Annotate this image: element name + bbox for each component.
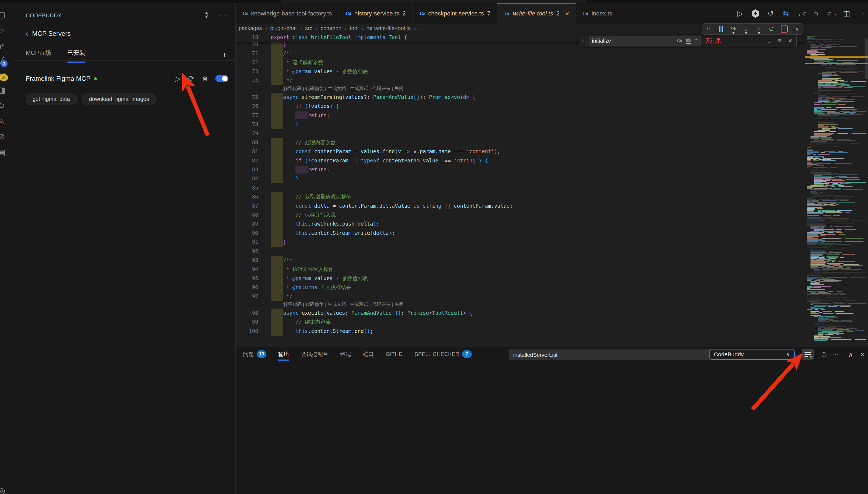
close-panel-icon[interactable]: ×: [860, 350, 864, 358]
window-controls[interactable]: ▭ ▭ ▭: [846, 0, 865, 4]
split-editor-icon[interactable]: ◫: [843, 9, 851, 18]
breadcrumb-item[interactable]: plugin-chat: [270, 25, 297, 32]
match-case-icon[interactable]: Aa: [677, 38, 682, 43]
output-channel-select[interactable]: CodeBuddy ∨: [709, 349, 795, 360]
panel-tab[interactable]: 调试控制台: [301, 350, 328, 358]
close-tab-icon[interactable]: ×: [565, 10, 569, 18]
code-line[interactable]: 76 if (!values) {: [235, 102, 805, 111]
panel-tab[interactable]: 端口: [363, 350, 374, 358]
code-line[interactable]: 96 * @returns 工具执行结果: [235, 283, 805, 292]
tab-mcp-market[interactable]: MCP市场: [26, 49, 51, 61]
server-enabled-toggle[interactable]: [215, 75, 228, 82]
code-line[interactable]: 80 // 处理内容参数: [235, 138, 805, 147]
editor-tab[interactable]: TSindex.ts: [576, 3, 619, 24]
tool-chip[interactable]: get_figma_data: [26, 93, 77, 105]
step-into-icon[interactable]: ↓: [743, 25, 750, 33]
toggle-replace-icon[interactable]: ›: [579, 35, 587, 46]
code-line[interactable]: 84 }: [235, 174, 805, 183]
code-line[interactable]: 93 /**: [235, 256, 805, 265]
code-line[interactable]: 73 * @param values - 参数值列表: [235, 67, 805, 76]
copilot-icon[interactable]: ⊘: [0, 131, 7, 142]
drag-grip-icon[interactable]: ⠿: [705, 25, 712, 33]
panel-tab[interactable]: 终端: [340, 350, 351, 358]
code-line[interactable]: 98 async execute(values: ParamAndValue[]…: [235, 308, 805, 318]
step-over-icon[interactable]: ↷: [730, 25, 737, 33]
code-line[interactable]: 74 */: [235, 76, 805, 85]
codelens-actions[interactable]: 解释代码 | 代码修复 | 生成文档 | 生成测试 | 代码评审 | 关闭: [235, 85, 805, 93]
code-line[interactable]: 78 }: [235, 120, 805, 129]
remote-icon[interactable]: ◨: [0, 84, 7, 95]
close-find-icon[interactable]: ×: [789, 37, 792, 44]
sidebar-more-icon[interactable]: ···: [219, 12, 227, 19]
breadcrumb-item[interactable]: packages: [239, 25, 262, 32]
step-out-icon[interactable]: ↑: [755, 25, 762, 33]
breadcrumb-item[interactable]: common: [321, 25, 341, 32]
next-match-icon[interactable]: ↓: [768, 37, 771, 44]
code-line[interactable]: 94 * 执行文件写入操作: [235, 265, 805, 273]
code-line[interactable]: 92: [235, 247, 805, 256]
breadcrumb-item[interactable]: tool: [350, 25, 359, 32]
run-icon[interactable]: ▷: [736, 9, 744, 18]
clear-output-icon[interactable]: x: [802, 349, 814, 360]
editor-tab[interactable]: TScheckpoint-service.ts7: [413, 3, 497, 24]
minimap[interactable]: [805, 34, 866, 347]
maximize-panel-icon[interactable]: ∧: [848, 350, 853, 358]
code-line[interactable]: 85: [235, 183, 805, 192]
scrollbar[interactable]: [865, 38, 868, 79]
files-icon[interactable]: ▢: [0, 9, 7, 20]
code-line[interactable]: 86 // 获取增量值或完整值: [235, 192, 805, 201]
mcp-servers-back[interactable]: ‹ MCP Servers: [26, 29, 71, 38]
code-line[interactable]: 99 // 结束内容流: [235, 318, 805, 326]
panel-more-icon[interactable]: ···: [834, 350, 841, 358]
editor-tab[interactable]: TSknowledge-base-tool-factory.ts: [235, 3, 339, 24]
more-actions-icon[interactable]: ···: [858, 10, 866, 18]
code-line[interactable]: 95 * @param values - 参数值列表: [235, 274, 805, 283]
output-filter-input[interactable]: [509, 350, 715, 360]
dropdown-chevron-icon[interactable]: ∨: [794, 25, 800, 33]
breadcrumb-item[interactable]: src: [305, 25, 313, 32]
tab-installed[interactable]: 已安装: [67, 49, 85, 61]
code-line[interactable]: 71 /**: [235, 49, 805, 58]
code-line[interactable]: 100 this.contentStream.end();: [235, 327, 805, 336]
restart-icon[interactable]: ↺: [768, 25, 775, 33]
stop-icon[interactable]: [781, 25, 788, 33]
prev-match-icon[interactable]: ↑: [757, 37, 760, 44]
package-icon[interactable]: ▤: [0, 147, 7, 158]
command-center[interactable]: [281, 0, 586, 3]
regex-icon[interactable]: .*: [694, 38, 697, 43]
account-icon[interactable]: ◎: [0, 485, 7, 494]
whole-word-icon[interactable]: ab: [686, 38, 691, 44]
panel-tab[interactable]: 输出: [278, 350, 289, 358]
code-line[interactable]: 82 if (!contentParam || typeof contentPa…: [235, 156, 805, 165]
delete-server-icon[interactable]: [202, 75, 208, 82]
code-line[interactable]: 89 this.rawChunks.push(delta);: [235, 219, 805, 228]
code-line[interactable]: 97 */: [235, 292, 805, 301]
lock-scroll-icon[interactable]: [821, 351, 827, 358]
tool-chip[interactable]: download_figma_images: [82, 93, 156, 105]
forward-icon[interactable]: ○→: [827, 10, 835, 18]
code-line[interactable]: 91 }: [235, 238, 805, 246]
code-line[interactable]: 88 // 保存并写入流: [235, 210, 805, 219]
code-line[interactable]: 87 const delta = contentParam.deltaValue…: [235, 202, 805, 210]
breadcrumb-file[interactable]: write-file-tool.ts: [374, 25, 411, 32]
panel-tab[interactable]: GITHD: [386, 351, 402, 357]
add-server-button[interactable]: +: [222, 50, 227, 60]
back-icon[interactable]: ←○: [797, 10, 805, 18]
refresh-server-icon[interactable]: ⟳: [188, 74, 194, 83]
graph-icon[interactable]: ◬: [0, 116, 7, 127]
search-icon[interactable]: ◌: [0, 25, 7, 36]
panel-tab[interactable]: 问题19: [243, 350, 266, 358]
find-input[interactable]: [589, 38, 677, 44]
codelens-actions[interactable]: 解释代码 | 代码修复 | 生成文档 | 生成测试 | 代码评审 | 关闭: [235, 301, 805, 308]
source-control-icon[interactable]: ↱: [0, 41, 7, 52]
find-in-selection-icon[interactable]: ≡: [778, 37, 781, 44]
current-icon[interactable]: ○: [812, 10, 820, 18]
panel-tab[interactable]: SPELL CHECKER7: [414, 350, 472, 358]
code-line[interactable]: 90 this.contentStream.write(delta);: [235, 229, 805, 238]
pause-icon[interactable]: [718, 25, 724, 33]
code-line[interactable]: 72 * 流式解析参数: [235, 58, 805, 67]
code-line[interactable]: 81 const contentParam = values.find(v =>…: [235, 147, 805, 156]
sync-icon[interactable]: ↻: [0, 100, 7, 111]
history-icon[interactable]: ↺: [767, 9, 775, 18]
open-changes-icon[interactable]: ⇆: [782, 9, 790, 18]
